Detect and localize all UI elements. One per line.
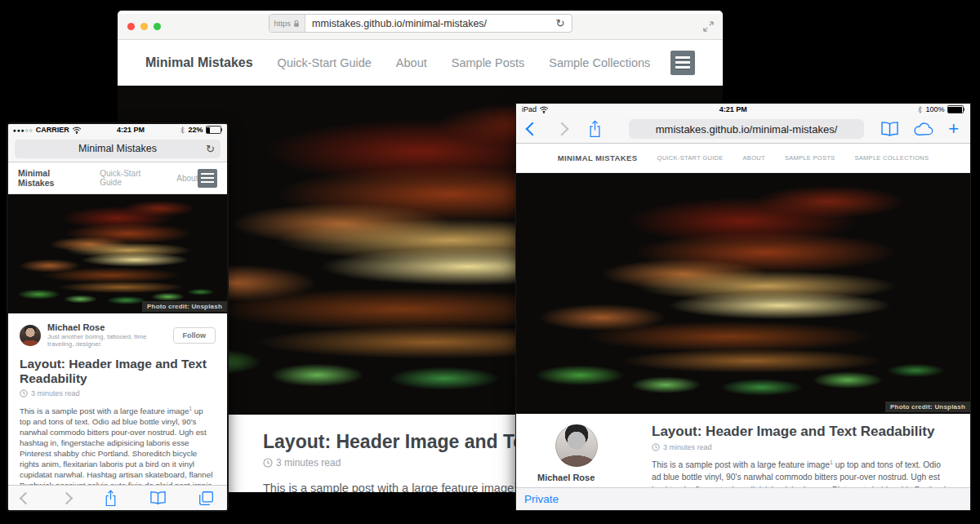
read-time-label: 3 minutes read [31,389,80,397]
https-label: https [274,19,292,28]
address-field-text[interactable]: Minimal Mistakes [78,143,157,154]
read-time: 3 minutes read [652,443,949,451]
post-title: Layout: Header Image and Text Readabilit… [652,424,949,440]
wifi-icon [72,127,82,134]
nav-link-sample-collections[interactable]: Sample Collections [549,56,650,69]
private-button[interactable]: Private [524,493,559,505]
forward-icon[interactable] [60,491,74,504]
nav-link-quick-start[interactable]: Quick-Start Guide [278,56,372,69]
ipad-mockup: iPad 4:21 PM 100% mmistakes.github.io/mi… [516,104,970,510]
ipad-status-bar: iPad 4:21 PM 100% [516,104,970,115]
author-row: Michael Rose Just another boring, tattoo… [20,322,216,348]
back-icon[interactable] [20,491,33,504]
share-icon[interactable] [588,120,602,138]
signal-dots-icon: ●●●○○ [13,127,33,133]
nav-link-quick-start[interactable]: Quick-Start Guide [100,169,158,187]
feature-image: Photo credit: Unsplash [8,194,227,313]
private-browsing-bar: Private [516,487,970,510]
nav-link-about[interactable]: About [176,174,198,183]
post-content: Michael Rose Just another boring, tattoo… [8,313,227,510]
new-tab-icon[interactable]: + [948,120,959,138]
nav-link-about[interactable]: About [743,154,765,162]
iphone-status-bar: ●●●○○ CARRIER 4:21 PM 22% [8,124,227,135]
post-title: Layout: Header Image and Text Readabilit… [20,357,216,385]
battery-percent: 100% [925,105,944,113]
forward-icon[interactable] [555,122,569,136]
read-time: 3 minutes read [20,389,216,397]
site-title-link[interactable]: Minimal Mistakes [145,56,253,70]
avatar [20,325,41,346]
window-controls[interactable] [127,23,161,30]
feature-image: Photo credit: Unsplash [516,173,970,414]
follow-button[interactable]: Follow [173,327,216,344]
fullscreen-icon[interactable] [702,20,715,33]
url-text[interactable]: mmistakes.github.io/minimal-mistakes/ [305,18,555,29]
nav-link-sample-posts[interactable]: Sample Posts [785,154,835,162]
nav-link-sample-collections[interactable]: Sample Collections [854,154,929,162]
read-time-label: 3 minutes read [663,443,712,451]
reload-icon[interactable]: ↻ [556,17,565,29]
ipad-address-field[interactable]: mmistakes.github.io/minimal-mistakes/ [629,119,864,139]
menu-toggle-button[interactable] [198,169,217,188]
body-text: This is a sample post with a large featu… [20,406,189,415]
status-time: 4:21 PM [549,105,917,113]
body-text: This is a sample post with a large featu… [652,460,830,469]
clock-icon [20,389,28,397]
photo-credit-badge: Photo credit: Unsplash [142,301,227,312]
clock-icon [652,443,660,451]
author-name: Michael Rose [47,322,173,333]
avatar [555,424,598,467]
zoom-window-button[interactable] [154,23,161,30]
bookmarks-icon[interactable] [880,121,899,137]
safari-url-row: Minimal Mistakes ↻ [8,135,227,162]
bluetooth-icon [180,126,185,135]
icloud-icon[interactable] [913,122,934,136]
nav-link-about[interactable]: About [396,56,427,69]
reload-icon[interactable]: ↻ [206,143,215,155]
address-field-text[interactable]: mmistakes.github.io/minimal-mistakes/ [656,123,838,135]
site-title-link[interactable]: Minimal Mistakes [558,153,638,162]
battery-icon [947,105,965,113]
status-time: 4:21 PM [82,126,180,134]
iphone-address-field[interactable]: Minimal Mistakes ↻ [15,140,220,158]
clock-icon [263,458,273,468]
device-label: iPad [522,105,537,113]
share-icon[interactable] [104,490,118,507]
author-name: Michael Rose [537,473,629,482]
wifi-icon [539,106,549,113]
address-bar[interactable]: https mmistakes.github.io/minimal-mistak… [269,14,572,33]
site-masthead: Minimal Mistakes Quick-Start Guide About… [118,40,723,86]
battery-percent: 22% [188,126,203,134]
site-masthead-tablet: Minimal Mistakes Quick-Start Guide About… [516,144,970,173]
menu-toggle-button[interactable] [670,51,695,75]
author-bio: Just another boring, tattooed, time trav… [47,333,173,348]
lock-icon [293,20,300,28]
safari-toolbar: mmistakes.github.io/minimal-mistakes/ + [516,115,970,144]
bookmarks-icon[interactable] [149,491,167,505]
back-icon[interactable] [526,122,540,136]
site-masthead-mobile: Minimal Mistakes Quick-Start Guide About [8,162,227,194]
photo-credit-badge: Photo credit: Unsplash [885,402,970,412]
tabs-icon[interactable] [198,491,214,506]
body-text: This is a sample post with a large featu… [263,482,514,492]
minimize-window-button[interactable] [140,23,148,30]
battery-icon [206,126,223,134]
browser-toolbar: https mmistakes.github.io/minimal-mistak… [118,14,723,40]
close-window-button[interactable] [127,23,135,30]
safari-bottom-toolbar [8,485,227,510]
site-title-link[interactable]: Minimal Mistakes [18,168,82,188]
iphone-mockup: ●●●○○ CARRIER 4:21 PM 22% Minimal Mistak… [8,124,227,510]
bluetooth-icon [917,105,923,114]
nav-link-sample-posts[interactable]: Sample Posts [452,56,524,69]
nav-link-quick-start[interactable]: Quick-Start Guide [657,154,724,162]
read-time-label: 3 minutes read [276,457,341,468]
https-badge: https [270,15,306,32]
carrier-label: CARRIER [36,126,69,134]
